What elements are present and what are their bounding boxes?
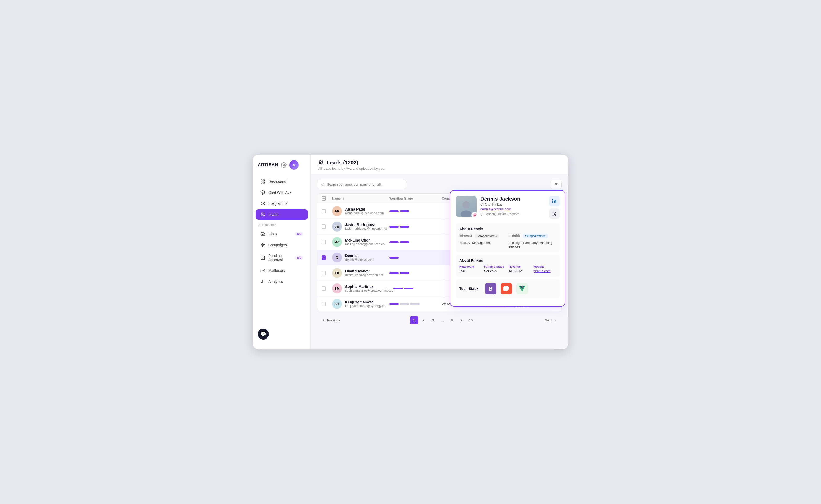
about-dennis-section: About Dennis Interests Scraped from X Te… [456,223,559,252]
page-num-9[interactable]: 9 [457,316,466,324]
sidebar-item-integrations[interactable]: Integrations [256,198,308,209]
headcount-value: 250+ [459,269,482,273]
wf-segment [389,241,399,243]
user-avatar[interactable]: A [289,160,299,170]
svg-point-23 [461,211,472,217]
page-num-10[interactable]: 10 [467,316,475,324]
sidebar-item-label: Dashboard [268,179,286,184]
page-subtitle: All leads found by Ava and uploaded by y… [318,167,561,170]
chat-bubble-button[interactable]: 💬 [258,329,269,340]
avatar: AP [332,206,342,216]
row-checkbox[interactable] [322,302,326,306]
row-checkbox[interactable] [322,286,326,291]
select-all-checkbox[interactable]: — [322,196,332,201]
sidebar-item-pending-approval[interactable]: Pending Approval 120 [256,251,308,265]
sidebar-item-mailboxes[interactable]: Mailboxes [256,265,308,276]
revenue-stat: Revenue $10-20M [509,265,531,273]
page-numbers: 1 2 3 ... 8 9 10 [410,316,475,324]
sidebar-item-campaigns[interactable]: Campaigns [256,240,308,250]
page-num-3[interactable]: 3 [429,316,437,324]
popup-email[interactable]: dennis@pinkus.com [480,207,520,211]
linkedin-icon [552,199,557,203]
page-ellipsis: ... [438,316,447,324]
lead-info: D Dennis dennis@pinkus.com [332,253,389,262]
revenue-value: $10-20M [509,269,531,273]
next-button[interactable]: Next [541,317,561,324]
sidebar-item-label: Integrations [268,201,288,206]
sidebar-item-label: Campaigns [268,243,287,247]
page-num-8[interactable]: 8 [448,316,456,324]
sidebar-item-label: Chat With Ava [268,190,291,195]
sidebar-item-chat-with-ava[interactable]: Chat With Ava [256,187,308,198]
popup-person-info: Dennis Jackson CTO at Pinkus dennis@pink… [480,196,520,216]
sidebar-item-leads[interactable]: Leads [256,209,308,220]
previous-button[interactable]: Previous [318,317,344,324]
interests-source-tag: Scraped from X [474,234,499,238]
interests-label: Interests [459,234,472,238]
lead-email: kenji.yamamoto@synergy.co [345,304,385,308]
lead-email: javier.rodriguez@innovate.net [345,227,387,230]
col-workflow: Workflow Stage [389,197,442,200]
avatar: KY [332,299,342,309]
avatar: D [332,253,342,262]
lead-email: dennis@pinkus.com [345,258,374,261]
sidebar-item-dashboard[interactable]: Dashboard [256,176,308,187]
svg-point-22 [462,201,470,209]
gear-icon[interactable] [281,162,287,168]
lead-info: KY Kenji Yamamoto kenji.yamamoto@synergy… [332,299,389,309]
sidebar-item-inbox[interactable]: Inbox 120 [256,229,308,239]
interests-tags-row: Interests Scraped from X [459,234,506,238]
workflow-bar [389,257,442,259]
svg-point-26 [552,199,553,200]
row-checkbox[interactable]: ✓ [322,255,326,260]
row-checkbox[interactable] [322,224,326,229]
lead-name: Dennis [345,254,374,258]
lead-name: Kenji Yamamoto [345,300,385,304]
linkedin-button[interactable] [549,196,559,206]
website-value[interactable]: pinkus.com [533,269,556,273]
row-checkbox[interactable] [322,271,326,275]
integrations-icon [260,201,265,206]
analytics-icon [260,279,265,284]
workflow-bar [389,210,442,212]
sidebar-header: ARTISAN A [253,160,311,176]
search-box [317,180,406,189]
pagination: Previous 1 2 3 ... 8 9 10 Next [317,312,562,324]
website-label: Website [533,265,556,268]
filter-button[interactable] [551,180,562,189]
wf-segment [400,272,409,274]
row-checkbox[interactable] [322,209,326,213]
twitter-button[interactable] [549,208,559,219]
row-checkbox[interactable] [322,240,326,244]
chat-icon [260,190,265,195]
campaigns-icon [260,243,265,247]
search-filter-row [317,180,562,189]
page-num-2[interactable]: 2 [419,316,428,324]
lead-email: dimitri.ivanov@nextgen.net [345,273,383,277]
tech-stack-icons: B [485,283,528,294]
company-stats-grid: Headcount 250+ Funding Stage Series A Re… [459,265,556,273]
mailboxes-icon [260,268,265,273]
main-content: Leads (1202) All leads found by Ava and … [311,155,568,349]
interests-text: Tech, AI, Management [459,241,506,245]
svg-point-17 [322,183,324,185]
sidebar-item-analytics[interactable]: Analytics [256,276,308,287]
page-title: Leads (1202) [318,160,561,166]
company-section-title: About Pinkus [459,258,556,262]
leads-header-icon [318,160,324,166]
lead-info: MC Mei-Ling Chen meiling.chen@globaltech… [332,237,389,247]
lead-name: Aisha Patel [345,207,384,211]
col-name: Name ↓ [332,197,389,200]
page-num-1[interactable]: 1 [410,316,418,324]
sidebar-item-label: Leads [268,212,278,217]
lead-name: Mei-Ling Chen [345,238,385,242]
funding-stat: Funding Stage Series A [484,265,506,273]
lead-email: meiling.chen@globaltech.co [345,242,385,246]
wf-segment [404,288,413,289]
wf-segment [393,288,403,289]
lead-email: aisha.patel@techworld.com [345,211,384,215]
search-input[interactable] [327,183,402,186]
headcount-label: Headcount [459,265,482,268]
wf-segment [389,303,399,305]
lead-info: SM Sophia Martinez sophia.martinez@creat… [332,283,393,293]
